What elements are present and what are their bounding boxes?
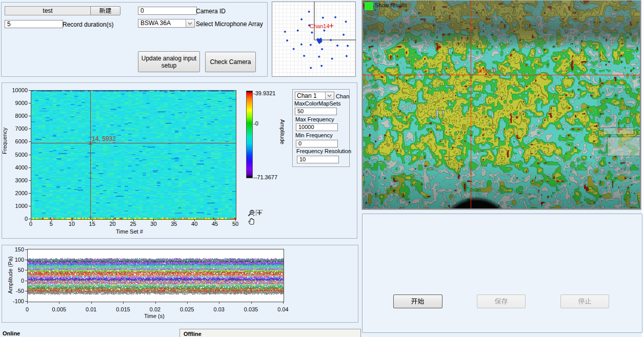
svg-text:Chan14: Chan14 — [310, 23, 330, 29]
